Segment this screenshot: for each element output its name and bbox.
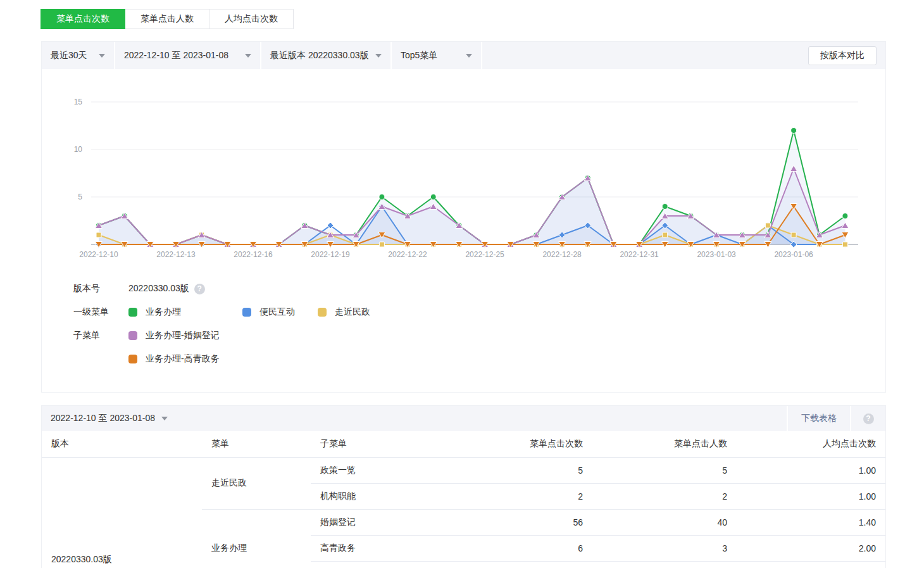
table-help-cell: ?	[850, 406, 885, 431]
clicks-cell: 56	[482, 509, 592, 535]
legend-label: 业务办理-婚姻登记	[146, 330, 220, 341]
yellow-swatch	[318, 308, 327, 317]
svg-text:2022-12-19: 2022-12-19	[311, 250, 350, 259]
table-row: 20220330.03版最近版本走近民政政策一览551.00	[42, 457, 885, 483]
users-cell: 5	[592, 457, 737, 483]
svg-text:15: 15	[74, 98, 83, 106]
users-cell: 2	[592, 483, 737, 509]
version-filter[interactable]: 最近版本 20220330.03版	[261, 42, 392, 69]
legend-version-row: 版本号 20220330.03版 ?	[73, 281, 885, 297]
help-icon[interactable]: ?	[194, 284, 205, 294]
chart-legend: 版本号 20220330.03版 ? 一级菜单 业务办理 便民互动 走近民政 子…	[42, 272, 885, 392]
col-header-users: 菜单点击人数	[592, 431, 737, 457]
clicks-cell: 5	[482, 457, 592, 483]
col-header-avg: 人均点击次数	[737, 431, 885, 457]
table-header-row: 版本 菜单 子菜单 菜单点击次数 菜单点击人数 人均点击次数	[42, 431, 885, 457]
avg-cell: 1.40	[737, 509, 885, 535]
avg-cell: 1.00	[737, 457, 885, 483]
chevron-down-icon	[245, 54, 251, 58]
sub-menu-key-label: 子菜单	[73, 330, 128, 341]
tab-menu-users[interactable]: 菜单点击人数	[125, 9, 209, 29]
purple-swatch	[128, 331, 137, 340]
legend-label: 业务办理	[146, 306, 181, 318]
version-table-body: 20220330.03版最近版本走近民政政策一览551.00机构职能221.00…	[42, 457, 885, 568]
table-date-range-dropdown[interactable]: 2022-12-10 至 2023-01-08	[42, 413, 787, 424]
legend-sub-row-1: 子菜单 业务办理-婚姻登记	[73, 327, 885, 344]
line-chart: 510152022-12-102022-12-132022-12-162022-…	[42, 69, 887, 272]
period-filter-label: 最近30天	[51, 50, 87, 61]
clicks-cell: 6	[482, 535, 592, 561]
legend-label: 业务办理-高青政务	[146, 353, 220, 365]
version-key-label: 版本号	[73, 283, 128, 294]
svg-text:2023-01-03: 2023-01-03	[697, 250, 736, 259]
chevron-down-icon	[99, 54, 105, 58]
users-cell: 3	[592, 535, 737, 561]
legend-label: 走近民政	[335, 306, 370, 318]
chevron-down-icon	[161, 417, 168, 420]
top-menu-filter[interactable]: Top5菜单	[392, 42, 482, 69]
legend-sub-row-2: 业务办理-高青政务	[73, 351, 885, 367]
svg-text:2023-01-06: 2023-01-06	[774, 250, 813, 259]
svg-text:2022-12-25: 2022-12-25	[465, 250, 504, 259]
legend-item-zoujinminzheng[interactable]: 走近民政	[318, 306, 370, 318]
primary-menu-key-label: 一级菜单	[73, 306, 128, 318]
svg-text:10: 10	[74, 145, 83, 154]
version-value: 20220330.03版	[128, 283, 189, 294]
svg-text:2022-12-13: 2022-12-13	[156, 250, 196, 259]
period-filter[interactable]: 最近30天	[42, 42, 115, 69]
svg-text:2022-12-22: 2022-12-22	[388, 250, 427, 259]
orange-swatch	[128, 355, 137, 363]
version-table-panel: 2022-12-10 至 2023-01-08 下载表格 ? 版本 菜单 子菜单…	[41, 405, 886, 568]
submenu-cell: 机构职能	[311, 483, 482, 509]
avg-cell: 1.00	[737, 483, 885, 509]
legend-item-hunyindengji[interactable]: 业务办理-婚姻登记	[128, 330, 220, 341]
legend-item-bianminhudong[interactable]: 便民互动	[242, 306, 318, 318]
metric-tabs: 菜单点击次数 菜单点击人数 人均点击次数	[41, 9, 924, 29]
table-bar: 2022-12-10 至 2023-01-08 下载表格 ?	[42, 406, 885, 431]
legend-label: 便民互动	[259, 306, 295, 318]
date-range-label: 2022-12-10 至 2023-01-08	[124, 50, 228, 61]
top-menu-label: Top5菜单	[401, 50, 437, 61]
avg-cell: 1.00	[737, 561, 885, 568]
version-tag: 最近版本	[51, 566, 202, 568]
version-name: 20220330.03版	[51, 553, 202, 566]
version-cell: 20220330.03版最近版本	[42, 457, 202, 568]
users-cell: 40	[592, 509, 737, 535]
filter-bar: 最近30天 2022-12-10 至 2023-01-08 最近版本 20220…	[42, 42, 885, 69]
svg-text:5: 5	[78, 192, 82, 201]
blue-swatch	[242, 308, 251, 317]
svg-text:2022-12-31: 2022-12-31	[620, 250, 659, 259]
submenu-cell: 办事服务	[311, 561, 482, 568]
svg-text:2022-12-16: 2022-12-16	[234, 250, 273, 259]
legend-item-gaoqingzhengwu[interactable]: 业务办理-高青政务	[128, 353, 220, 365]
menu-cell: 走近民政	[202, 457, 311, 509]
menu-cell: 业务办理	[202, 509, 311, 568]
svg-text:2022-12-10: 2022-12-10	[79, 250, 118, 259]
version-stats-table: 版本 菜单 子菜单 菜单点击次数 菜单点击人数 人均点击次数 20220330.…	[42, 431, 885, 568]
chart-panel: 最近30天 2022-12-10 至 2023-01-08 最近版本 20220…	[41, 41, 886, 393]
col-header-menu: 菜单	[202, 431, 311, 457]
legend-primary-row: 一级菜单 业务办理 便民互动 走近民政	[73, 304, 885, 320]
svg-text:2022-12-28: 2022-12-28	[542, 250, 582, 259]
help-icon[interactable]: ?	[863, 413, 874, 424]
submenu-cell: 婚姻登记	[311, 509, 482, 535]
clicks-cell: 2	[482, 483, 592, 509]
version-filter-label: 最近版本 20220330.03版	[270, 50, 369, 61]
col-header-submenu: 子菜单	[311, 431, 482, 457]
chevron-down-icon	[375, 54, 382, 58]
date-range-filter[interactable]: 2022-12-10 至 2023-01-08	[115, 42, 261, 69]
green-swatch	[128, 308, 137, 317]
chevron-down-icon	[466, 54, 472, 58]
users-cell: 2	[592, 561, 737, 568]
avg-cell: 2.00	[737, 535, 885, 561]
table-date-range-label: 2022-12-10 至 2023-01-08	[51, 413, 155, 424]
tab-avg-clicks[interactable]: 人均点击次数	[209, 9, 294, 29]
submenu-cell: 政策一览	[311, 457, 482, 483]
col-header-version: 版本	[42, 431, 202, 457]
legend-item-yewubanli[interactable]: 业务办理	[128, 306, 242, 318]
compare-by-version-button[interactable]: 按版本对比	[808, 46, 877, 65]
submenu-cell: 高青政务	[311, 535, 482, 561]
download-table-button[interactable]: 下载表格	[787, 406, 850, 431]
clicks-cell: 2	[482, 561, 592, 568]
tab-menu-clicks[interactable]: 菜单点击次数	[41, 9, 125, 29]
